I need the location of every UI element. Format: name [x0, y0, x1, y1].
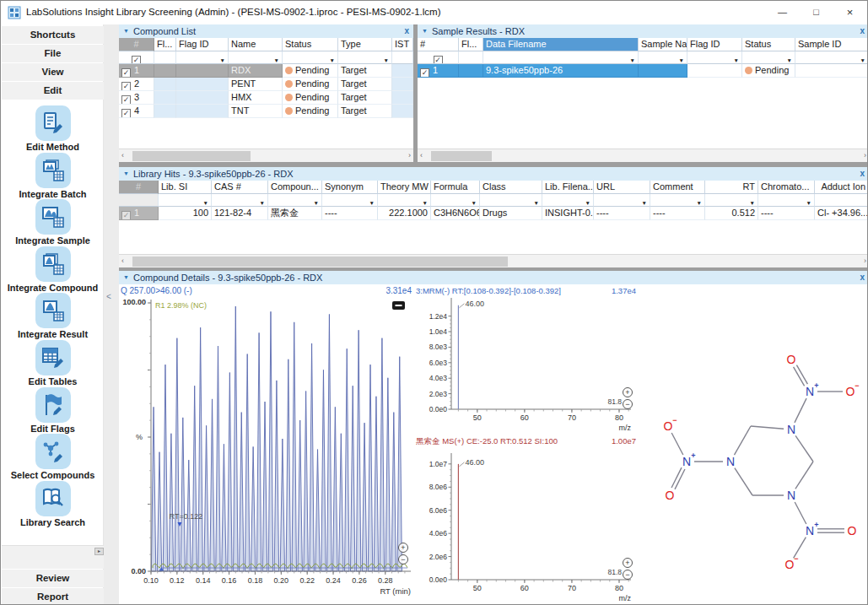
horizontal-scrollbar[interactable]: ‹›: [119, 254, 868, 267]
filter-icon[interactable]: ▼: [585, 197, 590, 207]
table-row[interactable]: ✓1RDXPendingTarget: [119, 64, 413, 78]
sidebar-tool-integrate-compound[interactable]: Integrate Compound: [2, 246, 104, 294]
column-header-4[interactable]: Synonym: [322, 181, 378, 194]
filter-cell-3[interactable]: ▼: [639, 51, 687, 64]
column-header-11[interactable]: RT: [705, 181, 758, 194]
sidebar-tool-edit-tables[interactable]: Edit Tables: [2, 340, 104, 387]
scrollbar-thumb[interactable]: [132, 151, 251, 161]
scroll-right-arrow[interactable]: ›: [864, 255, 866, 267]
zoom-in-button[interactable]: +: [623, 388, 633, 397]
checkbox[interactable]: ✓: [434, 56, 443, 64]
column-header-12[interactable]: Chromato...: [758, 181, 815, 194]
column-header-5[interactable]: Status: [742, 38, 795, 51]
column-header-2[interactable]: Flag ID: [176, 38, 229, 51]
filter-cell-3[interactable]: ▼: [229, 51, 283, 64]
filter-cell-10[interactable]: ▼: [650, 194, 705, 207]
filter-cell-2[interactable]: ▼: [212, 194, 268, 207]
filter-icon[interactable]: ▼: [679, 55, 684, 64]
filter-cell-12[interactable]: ▼: [758, 194, 815, 207]
column-header-13[interactable]: Adduct Ion: [815, 181, 868, 194]
checkbox[interactable]: ✓: [132, 56, 141, 64]
panel-close-icon[interactable]: x: [860, 167, 865, 181]
sidebar-section-report[interactable]: Report: [2, 588, 104, 605]
column-header-4[interactable]: Flag ID: [687, 38, 742, 51]
checkbox[interactable]: ✓: [121, 68, 131, 78]
filter-icon[interactable]: ▼: [630, 55, 635, 64]
filter-icon[interactable]: ▼: [734, 55, 739, 64]
panel-collapse-icon[interactable]: ▼: [123, 24, 129, 38]
zoom-out-button[interactable]: −: [399, 555, 408, 564]
filter-icon[interactable]: ▼: [203, 197, 208, 207]
checkbox[interactable]: ✓: [121, 109, 131, 118]
sidebar-section-review[interactable]: Review: [2, 570, 104, 587]
zoom-out-button[interactable]: −: [623, 400, 633, 409]
panel-close-icon[interactable]: x: [404, 24, 409, 38]
checkbox[interactable]: ✓: [121, 82, 131, 91]
sidebar-tool-edit-method[interactable]: Edit Method: [2, 105, 104, 153]
sidebar-tool-library-search[interactable]: Library Search: [2, 481, 104, 528]
filter-cell-4[interactable]: ▼: [687, 51, 742, 64]
filter-cell-0[interactable]: ✓: [119, 51, 154, 64]
panel-collapse-icon[interactable]: ▼: [123, 271, 129, 284]
table-row[interactable]: ✓1100121-82-4黑索金----222.1000C3H6N6O6Drug…: [119, 207, 868, 220]
filter-icon[interactable]: ▼: [534, 197, 539, 207]
sidebar-tool-integrate-result[interactable]: Integrate Result: [2, 293, 104, 340]
plot-collapse-button[interactable]: [392, 301, 405, 310]
filter-icon[interactable]: ▼: [274, 55, 279, 64]
column-header-1[interactable]: Fl...: [459, 38, 483, 51]
filter-icon[interactable]: ▼: [750, 197, 755, 207]
scroll-right-arrow[interactable]: ›: [864, 149, 866, 162]
scroll-left-arrow[interactable]: ‹: [121, 255, 124, 267]
filter-cell-1[interactable]: ▼: [159, 194, 212, 207]
table-row[interactable]: ✓19.3-spike50ppb-26Pending: [418, 64, 868, 78]
column-header-9[interactable]: URL: [594, 181, 650, 194]
column-header-0[interactable]: #: [119, 38, 154, 51]
sidebar-section-view[interactable]: View: [2, 63, 104, 81]
filter-cell-0[interactable]: [119, 194, 159, 207]
scroll-right-arrow[interactable]: ›: [408, 149, 411, 162]
filter-cell-2[interactable]: ▼: [483, 51, 639, 64]
scrollbar-thumb[interactable]: [431, 151, 492, 161]
minimize-button[interactable]: —: [775, 6, 790, 19]
filter-icon[interactable]: ▼: [787, 55, 792, 64]
column-header-3[interactable]: Compoun...: [268, 181, 322, 194]
close-button[interactable]: ×: [843, 6, 857, 19]
filter-icon[interactable]: ▼: [384, 55, 389, 64]
filter-icon[interactable]: ▼: [220, 55, 225, 64]
sidebar-tool-integrate-sample[interactable]: Integrate Sample: [2, 199, 104, 246]
filter-cell-8[interactable]: ▼: [542, 194, 594, 207]
sidebar-tool-integrate-batch[interactable]: Integrate Batch: [2, 153, 104, 200]
filter-icon[interactable]: ▼: [369, 197, 375, 207]
horizontal-scrollbar[interactable]: ‹›: [119, 149, 413, 162]
filter-cell-0[interactable]: ✓: [418, 51, 459, 64]
sidebar-tool-select-compounds[interactable]: Select Compounds: [2, 434, 104, 481]
filter-cell-5[interactable]: ▼: [742, 51, 795, 64]
filter-cell-7[interactable]: ▼: [480, 194, 542, 207]
table-row[interactable]: ✓3HMXPendingTarget: [119, 91, 413, 105]
column-header-2[interactable]: Data Filename: [483, 38, 639, 51]
column-header-10[interactable]: Comment: [650, 181, 705, 194]
scroll-left-arrow[interactable]: ‹: [121, 149, 124, 162]
column-header-1[interactable]: Fl...: [154, 38, 176, 51]
column-header-3[interactable]: Name: [229, 38, 283, 51]
column-header-1[interactable]: Lib. SI: [159, 181, 212, 194]
scrollbar-thumb[interactable]: [132, 257, 508, 267]
filter-icon[interactable]: ▼: [860, 55, 865, 64]
column-header-6[interactable]: Formula: [431, 181, 480, 194]
maximize-button[interactable]: □: [809, 6, 823, 19]
filter-icon[interactable]: ▼: [697, 197, 702, 207]
scroll-left-arrow[interactable]: ‹: [420, 149, 423, 162]
column-header-6[interactable]: Sample ID: [795, 38, 868, 51]
panel-collapse-icon[interactable]: ▼: [422, 24, 428, 38]
sidebar-tool-edit-flags[interactable]: Edit Flags: [2, 387, 104, 435]
filter-icon[interactable]: ▼: [806, 197, 811, 207]
filter-icon[interactable]: ▼: [260, 197, 265, 207]
checkbox[interactable]: ✓: [121, 95, 131, 105]
filter-cell-6[interactable]: [392, 51, 413, 64]
filter-cell-13[interactable]: [815, 194, 868, 207]
filter-cell-5[interactable]: ▼: [338, 51, 392, 64]
zoom-in-button[interactable]: +: [399, 543, 408, 553]
column-header-0[interactable]: #: [418, 38, 459, 51]
sidebar-section-shortcuts[interactable]: Shortcuts: [2, 26, 104, 44]
column-header-3[interactable]: Sample Na...: [639, 38, 687, 51]
